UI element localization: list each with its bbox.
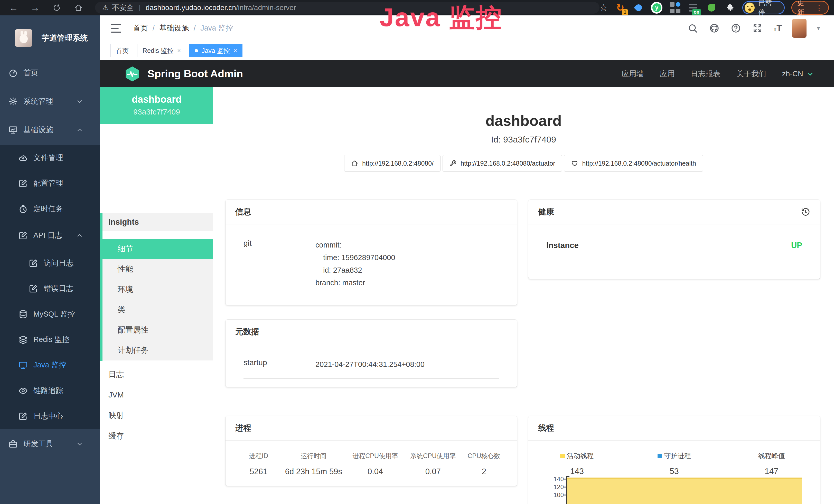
metadata-card-title: 元数据 [235, 326, 259, 337]
threads-card: 线程 活动线程 143 守护进程 53 线程峰值 147 140 120 100 [528, 416, 820, 504]
sidebar-item-scheduled-jobs[interactable]: 定时任务 [0, 200, 100, 218]
extension-grid-icon[interactable] [669, 2, 681, 14]
sidebar-item-dev-tools[interactable]: 研发工具 [0, 435, 100, 453]
health-url-button[interactable]: http://192.168.0.2:48080/actuator/health [564, 155, 703, 171]
search-icon[interactable] [687, 23, 698, 34]
user-avatar[interactable] [792, 19, 807, 38]
peak-threads-value: 147 [723, 466, 820, 476]
close-icon[interactable]: × [234, 47, 237, 54]
sidebar-item-infra[interactable]: 基础设施 [0, 121, 100, 139]
extension-sync-icon[interactable]: ↻ 1 [614, 2, 626, 14]
sidebar-item-tracing[interactable]: 链路追踪 [0, 382, 100, 400]
service-url-button[interactable]: http://192.168.0.2:48080/ [344, 155, 440, 171]
instance-id: 93a3fc7f7409 [100, 108, 213, 116]
extension-list-icon[interactable]: on [687, 2, 699, 14]
profile-chip-label: 已暂停 [758, 0, 778, 17]
security-label: 不安全 [112, 3, 134, 13]
tab-redis-monitor[interactable]: Redis 监控 × [137, 44, 186, 57]
browser-profile-chip[interactable]: 已暂停 [742, 1, 785, 15]
sidebar-item-config-manage[interactable]: 配置管理 [0, 174, 100, 192]
extension-leaf-icon[interactable] [706, 2, 717, 14]
info-value: commit: time: 1596289704000 id: 27aa832 … [315, 239, 395, 289]
sba-menu-environment[interactable]: 环境 [100, 279, 213, 300]
chevron-down-icon [76, 98, 83, 105]
daemon-threads-legend-swatch [658, 454, 662, 458]
sba-language-select[interactable]: zh-CN [782, 70, 814, 78]
home-icon [351, 160, 358, 167]
health-card-title: 健康 [538, 206, 554, 217]
sba-nav-applications[interactable]: 应用 [660, 69, 675, 79]
sba-menu-mappings[interactable]: 映射 [100, 405, 213, 426]
sba-menu-logs[interactable]: 日志 [100, 364, 213, 385]
sba-menu-caches[interactable]: 缓存 [100, 426, 213, 446]
tab-java-monitor[interactable]: Java 监控 × [189, 44, 242, 57]
sba-menu-details[interactable]: 细节 [100, 239, 213, 259]
live-threads-area [567, 478, 802, 504]
info-key: git [243, 239, 315, 289]
address-bar[interactable]: ⚠ 不安全 | dashboard.yudao.iocoder.cn /infr… [95, 2, 599, 14]
health-card: 健康 Instance UP [528, 200, 820, 279]
metadata-value: 2021-04-27T00:44:31.254+08:00 [315, 358, 424, 371]
sba-brand-title[interactable]: Spring Boot Admin [148, 68, 243, 80]
bookmark-star-icon[interactable]: ☆ [599, 2, 608, 13]
spring-boot-admin-logo-icon [124, 66, 141, 83]
instance-header[interactable]: dashboard 93a3fc7f7409 [100, 87, 213, 124]
extension-y-icon[interactable]: y [651, 2, 662, 14]
tab-home[interactable]: 首页 [110, 44, 134, 57]
live-threads-legend-swatch [560, 454, 565, 458]
metadata-card: 元数据 startup 2021-04-27T00:44:31.254+08:0… [225, 320, 517, 387]
process-table: 进程ID 运行时间 进程CPU使用率 系统CPU使用率 CPU核心数 5261 … [237, 451, 505, 484]
close-icon[interactable]: × [177, 47, 181, 54]
help-icon[interactable] [730, 23, 742, 34]
extension-badge: 1 [622, 9, 628, 15]
sidebar-item-error-log[interactable]: 错误日志 [0, 280, 100, 298]
actuator-url-button[interactable]: http://192.168.0.2:48080/actuator [443, 155, 562, 171]
sba-menu-scheduled-tasks[interactable]: 计划任务 [100, 340, 213, 361]
breadcrumb-home[interactable]: 首页 [133, 23, 148, 33]
github-icon[interactable] [709, 23, 720, 34]
update-label: 更新 [797, 0, 811, 18]
instance-id-subtitle: Id: 93a3fc7f7409 [213, 135, 834, 144]
font-size-icon[interactable]: тT [773, 23, 782, 33]
live-threads-value: 143 [528, 466, 626, 476]
sba-nav-journal[interactable]: 日志报表 [691, 69, 721, 79]
sidebar-item-file-manage[interactable]: 文件管理 [0, 149, 100, 167]
browser-back-icon[interactable]: ← [9, 3, 19, 13]
sidebar-item-system[interactable]: 系统管理 [0, 92, 100, 110]
sidebar-item-api-log[interactable]: API 日志 [0, 226, 100, 245]
sidebar-item-mysql-monitor[interactable]: MySQL 监控 [0, 305, 100, 323]
browser-update-button[interactable]: 更新 ⋮ [791, 1, 829, 15]
browser-forward-icon[interactable]: → [30, 3, 40, 13]
extensions-puzzle-icon[interactable] [724, 2, 736, 14]
extension-pin-icon[interactable] [633, 2, 644, 14]
browser-home-icon[interactable] [73, 3, 83, 13]
sba-menu-jvm[interactable]: JVM [100, 385, 213, 405]
sidebar-item-redis-monitor[interactable]: Redis 监控 [0, 331, 100, 349]
sba-menu-config-props[interactable]: 配置属性 [100, 320, 213, 340]
sba-nav-wallboard[interactable]: 应用墙 [621, 69, 644, 79]
fullscreen-icon[interactable] [752, 23, 763, 34]
user-menu-caret-icon[interactable]: ▾ [817, 24, 820, 32]
extension-on-badge: on [692, 9, 701, 15]
insecure-warning-icon: ⚠ [102, 4, 108, 12]
app-logo-row[interactable]: 芋道管理系统 [0, 20, 100, 56]
breadcrumb: 首页 / 基础设施 / Java 监控 [133, 23, 233, 33]
sidebar-collapse-icon[interactable] [111, 24, 121, 32]
instance-name: dashboard [100, 94, 213, 105]
sidebar-item-access-log[interactable]: 访问日志 [0, 254, 100, 272]
browser-menu-icon[interactable]: ⋮ [815, 3, 823, 12]
breadcrumb-current: Java 监控 [200, 23, 233, 33]
sba-menu-metrics[interactable]: 性能 [100, 259, 213, 279]
active-tab-dot [195, 49, 198, 52]
breadcrumb-infra[interactable]: 基础设施 [159, 23, 189, 33]
browser-reload-icon[interactable] [52, 3, 62, 13]
history-icon[interactable] [800, 207, 810, 217]
y-tick-140: 140 [553, 476, 564, 483]
browser-toolbar: ← → ⚠ 不安全 | dashboard.yudao.iocoder.cn /… [0, 0, 834, 16]
sidebar-item-home[interactable]: 首页 [0, 64, 100, 82]
sidebar-item-java-monitor[interactable]: Java 监控 [0, 356, 100, 374]
sba-menu-classes[interactable]: 类 [100, 300, 213, 320]
sidebar-item-log-center[interactable]: 日志中心 [0, 407, 100, 425]
sba-header: Spring Boot Admin 应用墙 应用 日志报表 关于我们 zh-CN [100, 60, 834, 87]
sba-nav-about[interactable]: 关于我们 [737, 69, 766, 79]
